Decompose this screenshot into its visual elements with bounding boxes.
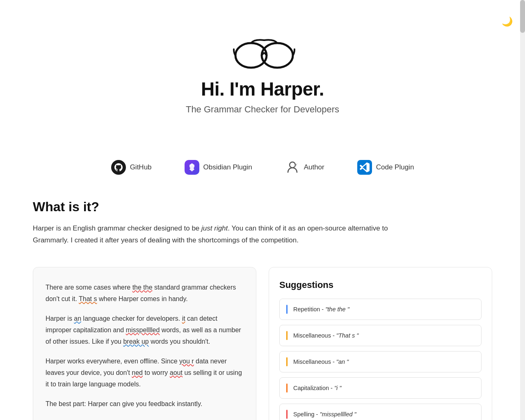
demo-paragraph-1: There are some cases where the the stand… (46, 282, 244, 305)
intro-paragraph: Harper is an English grammar checker des… (33, 223, 402, 247)
error-an: an (74, 315, 81, 322)
github-link[interactable]: GitHub (111, 160, 152, 175)
error-misspelllled: misspelllled (126, 326, 160, 333)
error-aout: aout (170, 369, 183, 376)
scrollbar-thumb[interactable] (520, 0, 525, 33)
scrollbar-track[interactable] (520, 0, 525, 420)
suggestion-text-misc-1: Miscellaneous - "That s " (293, 332, 358, 339)
dark-mode-button[interactable]: 🌙 (502, 16, 513, 27)
suggestion-item-capitalization[interactable]: Capitalization - "i " (279, 377, 482, 399)
error-ned: ned (132, 369, 143, 376)
text-editor-panel: There are some cases where the the stand… (33, 267, 256, 420)
error-break-up: break up (123, 338, 148, 345)
author-link[interactable]: Author (285, 160, 324, 175)
author-icon (285, 160, 300, 175)
glasses-logo (230, 33, 295, 70)
vscode-label: Code Plugin (376, 163, 414, 171)
suggestion-item-misc-2[interactable]: Miscellaneous - "an " (279, 351, 482, 372)
obsidian-icon (185, 160, 199, 175)
suggestion-item-misc-1[interactable]: Miscellaneous - "That s " (279, 325, 482, 346)
suggestion-bar-misc-2 (286, 357, 288, 366)
demo-paragraph-3: Harper works everywhere, even offline. S… (46, 356, 244, 390)
obsidian-link[interactable]: Obsidian Plugin (185, 160, 252, 175)
suggestion-bar-repetition (286, 305, 288, 314)
vscode-link[interactable]: Code Plugin (357, 160, 414, 175)
hero-subtitle: The Grammar Checker for Developers (186, 104, 339, 115)
suggestion-text-capitalization: Capitalization - "i " (293, 385, 341, 391)
error-the-the: the the (132, 284, 153, 291)
section-heading: What is it? (33, 199, 492, 215)
suggestion-text-misc-2: Miscellaneous - "an " (293, 358, 349, 365)
hero-section: Hi. I'm Harper. The Grammar Checker for … (33, 0, 492, 139)
suggestion-text-repetition: Repetition - "the the " (293, 306, 349, 313)
demo-paragraph-4: The best part: Harper can give you feedb… (46, 398, 244, 410)
suggestions-title: Suggestions (279, 280, 482, 290)
error-that-s: That s (79, 295, 97, 302)
what-is-it-section: What is it? Harper is an English grammar… (33, 199, 492, 247)
demo-section: There are some cases where the the stand… (33, 267, 492, 420)
error-you-r: you r (179, 358, 194, 365)
suggestion-text-spelling: Spelling - "misspelllled " (293, 411, 356, 418)
suggestion-bar-capitalization (286, 383, 288, 393)
obsidian-label: Obsidian Plugin (203, 163, 252, 171)
suggestion-item-spelling[interactable]: Spelling - "misspelllled " (279, 404, 482, 420)
github-icon (111, 160, 126, 175)
github-label: GitHub (130, 163, 152, 171)
author-label: Author (304, 163, 324, 171)
nav-links: GitHub Obsidian Plugin (33, 160, 492, 175)
suggestion-bar-spelling (286, 410, 288, 419)
demo-paragraph-2: Harper is an language checker for develo… (46, 313, 244, 347)
vscode-icon (357, 160, 372, 175)
suggestion-bar-misc-1 (286, 331, 288, 340)
error-it: it (182, 315, 185, 322)
page-title: Hi. I'm Harper. (201, 78, 324, 100)
suggestion-item-repetition[interactable]: Repetition - "the the " (279, 299, 482, 320)
suggestions-panel: Suggestions Repetition - "the the " Misc… (269, 267, 492, 420)
